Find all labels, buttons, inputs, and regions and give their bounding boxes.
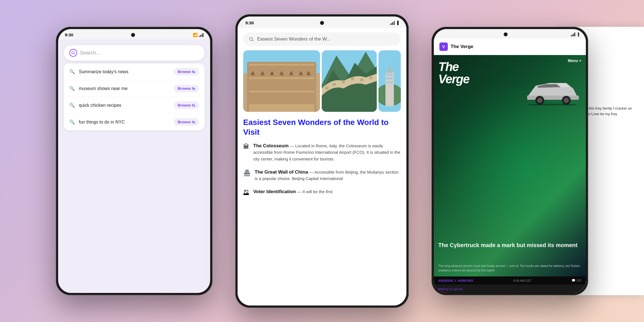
search-query-center: Easiest Seven Wonders of the W...: [257, 36, 395, 42]
article-entry-0: 🏛 The Colosseum — Located in Rome, Italy…: [243, 143, 401, 162]
signal-center: [390, 21, 395, 25]
search-results-left: 🔍 Summarize today's news Browse fa 🔍 mus…: [64, 63, 205, 130]
verge-time: 8:00 AM EST: [513, 279, 532, 282]
time-left: 9:30: [65, 32, 73, 37]
phone-right-inner: ▐ V The Verge Menu +: [434, 29, 586, 293]
phones-container: 9:30 📶: [0, 0, 644, 322]
status-bar-left: 9:30 📶: [58, 29, 210, 39]
verge-author-bar: ANDREW J. HAWKINS 8:00 AM EST 💬 165: [434, 276, 586, 285]
svg-point-45: [564, 98, 569, 103]
phone-left-inner: 9:30 📶: [58, 29, 210, 293]
search-result-text-2: quick chicken recipes: [79, 103, 170, 108]
browse-btn-2[interactable]: Browse fa: [174, 101, 199, 109]
entry-title-2: Voter Identification: [253, 189, 296, 194]
svg-rect-32: [389, 77, 390, 80]
colosseum-image: [243, 50, 320, 112]
battery-icon-center: ▐: [396, 21, 399, 25]
svg-rect-34: [386, 81, 388, 84]
entry-icon-0: 🏛: [243, 143, 249, 162]
entry-icon-2: 🗳: [243, 189, 249, 196]
entry-title-1: The Great Wall of China: [255, 169, 308, 175]
search-result-2[interactable]: 🔍 quick chicken recipes Browse fa: [64, 97, 205, 114]
search-result-0[interactable]: 🔍 Summarize today's news Browse fa: [64, 63, 205, 80]
svg-rect-30: [391, 74, 392, 76]
camera-left: [131, 33, 135, 37]
verge-site-name: The Verge: [451, 44, 580, 49]
phone-center-inner: 9:30 ▐ Easiest Seven Wonders: [238, 16, 406, 306]
time-center: 9:30: [245, 20, 254, 25]
verge-article-area[interactable]: Menu + TheVerge: [434, 55, 586, 276]
phone-center: 9:30 ▐ Easiest Seven Wonders: [235, 14, 409, 308]
article-entry-1: 🏯 The Great Wall of China — Accessible f…: [243, 169, 401, 182]
entry-icon-1: 🏯: [243, 169, 251, 182]
verge-headline: The Cybertruck made a mark but missed it…: [438, 242, 581, 248]
article-entry-2: 🗳 Voter Identification — It will be the …: [243, 188, 401, 196]
great-wall-image: [322, 50, 377, 112]
svg-point-43: [537, 98, 542, 103]
search-result-text-3: fun things to do in NYC: [79, 120, 170, 125]
building-image: [378, 50, 401, 112]
battery-right: ▐: [577, 32, 579, 36]
svg-rect-24: [370, 76, 372, 79]
search-icon-left: [69, 49, 77, 57]
cybertruck-illustration: [522, 77, 583, 105]
phone-right: ▐ V The Verge Menu +: [432, 27, 588, 295]
verge-logo: V: [439, 42, 448, 51]
verge-header: V The Verge: [434, 39, 586, 55]
svg-point-46: [527, 104, 577, 105]
status-bar-right: ▐: [434, 29, 586, 39]
entry-content-1: The Great Wall of China — Accessible fro…: [255, 169, 401, 182]
search-placeholder-left: Search...: [80, 50, 199, 56]
status-icons-center: ▐: [390, 21, 399, 25]
svg-rect-28: [386, 74, 388, 76]
status-icons-left: 📶: [193, 33, 204, 37]
search-result-3[interactable]: 🔍 fun things to do in NYC Browse fa: [64, 114, 205, 130]
entry-desc-2: — It will be the first: [297, 189, 333, 194]
article-body[interactable]: 🏛 The Colosseum — Located in Rome, Italy…: [238, 143, 406, 306]
verge-author-name: ANDREW J. HAWKINS: [438, 279, 473, 282]
verge-sub-text: The long-delayed electric truck has fina…: [438, 264, 581, 273]
verge-menu-bar: Menu +: [434, 55, 586, 66]
signal-right: [571, 32, 576, 36]
svg-rect-19: [325, 87, 328, 89]
verge-tag-bar: Waiting for grid.bl...: [434, 285, 586, 293]
svg-marker-40: [537, 84, 561, 88]
svg-rect-23: [360, 79, 363, 81]
search-result-icon-1: 🔍: [69, 86, 75, 91]
browse-btn-0[interactable]: Browse fa: [174, 68, 199, 75]
right-phone-content: ▐ V The Verge Menu +: [434, 29, 586, 293]
browse-btn-1[interactable]: Browse fa: [174, 85, 199, 92]
article-title: Easiest Seven Wonders of the World to Vi…: [243, 117, 401, 137]
svg-rect-35: [389, 81, 390, 84]
svg-line-3: [252, 40, 253, 41]
camera-right: [504, 32, 508, 36]
search-result-1[interactable]: 🔍 museum shows near me Browse fa: [64, 80, 205, 97]
svg-rect-29: [389, 74, 390, 76]
verge-comments: 💬 165: [572, 279, 581, 282]
search-icon-center: [249, 37, 254, 42]
svg-rect-36: [391, 81, 392, 84]
phone-left: 9:30 📶: [56, 27, 212, 295]
search-bar-center[interactable]: Easiest Seven Wonders of the W...: [243, 32, 401, 46]
camera-center: [320, 21, 324, 25]
wifi-icon-left: 📶: [193, 33, 198, 37]
search-bar-left[interactable]: Search...: [64, 45, 205, 61]
status-icons-right: ▐: [571, 32, 579, 36]
svg-rect-11: [249, 93, 314, 104]
verge-menu-btn[interactable]: Menu +: [568, 58, 581, 63]
signal-left: [199, 33, 204, 37]
svg-line-1: [74, 54, 75, 55]
svg-rect-41: [527, 96, 579, 100]
article-images: [243, 50, 401, 112]
browse-btn-3[interactable]: Browse fa: [174, 118, 199, 126]
entry-content-2: Voter Identification — It will be the fi…: [253, 188, 333, 196]
svg-rect-31: [386, 77, 388, 80]
verge-logo-letter: V: [442, 44, 445, 49]
entry-title-0: The Colosseum: [253, 143, 289, 148]
verge-tag: Waiting for grid.bl...: [438, 287, 465, 291]
entry-content-0: The Colosseum — Located in Rome, Italy, …: [253, 143, 401, 162]
svg-rect-10: [249, 79, 314, 91]
svg-rect-20: [333, 83, 336, 86]
svg-rect-22: [351, 77, 354, 80]
center-phone-content: 9:30 ▐ Easiest Seven Wonders: [238, 16, 406, 306]
